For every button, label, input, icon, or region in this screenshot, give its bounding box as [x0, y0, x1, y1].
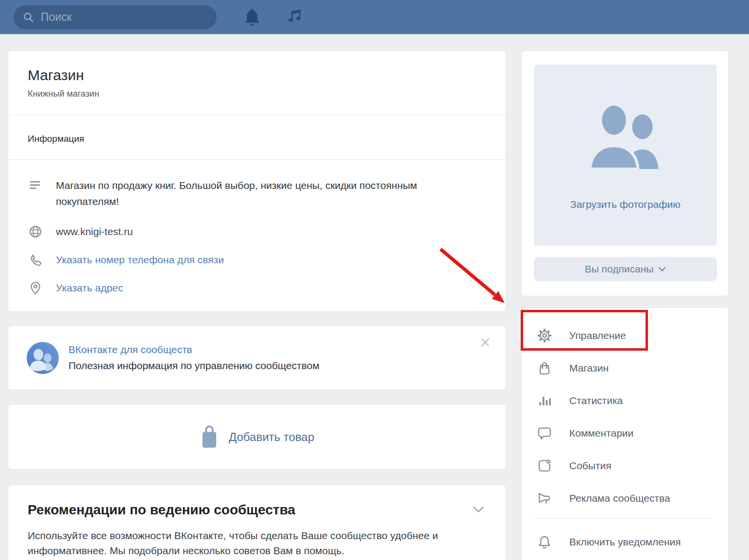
- top-navigation-bar: [0, 0, 749, 35]
- website-link[interactable]: www.knigi-test.ru: [56, 225, 133, 238]
- community-header: Магазин Книжный магазин: [8, 51, 506, 116]
- menu-item-label: Комментарии: [569, 427, 633, 439]
- address-row: Указать адрес: [8, 280, 506, 296]
- promo-title-link[interactable]: ВКонтакте для сообществ: [68, 344, 320, 355]
- menu-item-enable-notifications[interactable]: Включить уведомления: [522, 526, 728, 558]
- add-address-link[interactable]: Указать адрес: [56, 281, 123, 295]
- location-pin-icon: [28, 280, 43, 296]
- website-row: www.knigi-test.ru: [8, 224, 506, 239]
- gear-icon: [536, 327, 553, 344]
- menu-item-shop[interactable]: Магазин: [522, 352, 728, 384]
- menu-item-community-ads[interactable]: Реклама сообщества: [522, 482, 728, 514]
- info-body: Магазин по продажу книг. Большой выбор, …: [8, 160, 506, 296]
- text-lines-icon: [28, 177, 43, 193]
- bar-chart-icon: [536, 392, 553, 409]
- bell-icon: [536, 534, 553, 550]
- menu-item-label: Включить уведомления: [569, 536, 681, 548]
- menu-item-events[interactable]: События: [522, 449, 728, 482]
- add-product-label: Добавить товар: [229, 430, 314, 444]
- search-input[interactable]: [41, 11, 208, 24]
- menu-item-manage[interactable]: Управление: [522, 319, 728, 352]
- megaphone-icon: [536, 490, 553, 507]
- menu-item-label: Статистика: [569, 395, 623, 407]
- phone-icon: [28, 252, 43, 268]
- menu-item-statistics[interactable]: Статистика: [522, 384, 728, 417]
- menu-item-label: События: [569, 460, 612, 472]
- phone-row: Указать номер телефона для связи: [8, 252, 506, 268]
- vk-for-communities-card: ВКонтакте для сообществ Полезная информа…: [8, 325, 506, 390]
- comment-icon: [536, 425, 553, 441]
- info-section-header: Информация: [8, 116, 506, 160]
- shopping-bag-icon: [536, 360, 553, 376]
- menu-item-label: Реклама сообщества: [569, 492, 670, 504]
- promo-texts: ВКонтакте для сообществ Полезная информа…: [68, 344, 320, 372]
- close-icon[interactable]: [479, 337, 491, 348]
- community-title: Магазин: [28, 67, 486, 84]
- recommendations-body: Используйте все возможности ВКонтакте, ч…: [28, 528, 486, 558]
- shopping-bag-icon: [200, 424, 219, 450]
- chevron-down-icon[interactable]: [472, 505, 485, 514]
- recommendations-title: Рекомендации по ведению сообщества: [28, 502, 486, 518]
- community-photo-card: Загрузить фотографию Вы подписаны: [521, 51, 729, 296]
- menu-divider: [534, 518, 712, 519]
- notifications-bell-icon[interactable]: [241, 6, 263, 29]
- vk-community-page: Магазин Книжный магазин Информация Магаз…: [0, 0, 749, 560]
- upload-photo-link[interactable]: Загрузить фотографию: [570, 199, 681, 210]
- community-type: Книжный магазин: [28, 88, 486, 100]
- globe-icon: [28, 224, 43, 239]
- community-description: Магазин по продажу книг. Большой выбор, …: [56, 177, 430, 209]
- menu-item-comments[interactable]: Комментарии: [522, 417, 728, 449]
- search-box[interactable]: [14, 5, 217, 29]
- description-row: Магазин по продажу книг. Большой выбор, …: [8, 177, 506, 209]
- add-phone-link[interactable]: Указать номер телефона для связи: [56, 253, 224, 267]
- menu-item-label: Магазин: [569, 362, 609, 374]
- chevron-down-icon: [658, 267, 666, 272]
- two-people-icon: [582, 101, 669, 173]
- menu-item-label: Управление: [569, 330, 626, 341]
- add-product-button[interactable]: Добавить товар: [8, 404, 506, 470]
- search-icon: [22, 11, 35, 24]
- recommendations-card: Рекомендации по ведению сообщества Испол…: [8, 485, 506, 560]
- promo-subtitle: Полезная информация по управлению сообще…: [68, 359, 320, 372]
- community-avatar[interactable]: [27, 342, 59, 374]
- community-admin-menu: Управление Магазин Статистика Комме: [521, 307, 729, 560]
- events-icon: [536, 458, 553, 474]
- subscribed-button[interactable]: Вы подписаны: [534, 257, 717, 281]
- music-icon[interactable]: [283, 6, 304, 28]
- community-info-card: Магазин Книжный магазин Информация Магаз…: [8, 51, 506, 312]
- subscribed-label: Вы подписаны: [585, 263, 654, 275]
- upload-photo-area[interactable]: Загрузить фотографию: [534, 65, 717, 246]
